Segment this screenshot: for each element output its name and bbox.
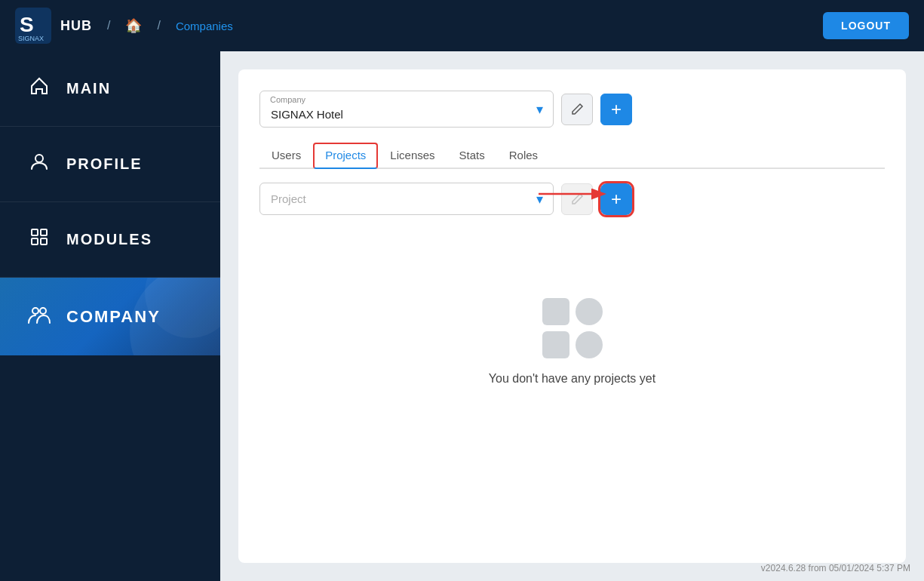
svg-rect-4 [32,229,38,235]
tab-licenses[interactable]: Licenses [378,143,447,169]
logo-area: S SIGNAX HUB / 🏠 / Companies [15,8,233,44]
top-navigation: S SIGNAX HUB / 🏠 / Companies LOGOUT [0,0,924,51]
empty-state-message: You don't have any projects yet [489,372,655,386]
modules-icon [27,226,51,253]
tab-roles[interactable]: Roles [497,143,550,169]
company-selector-row: Company SIGNAX Hotel ▾ + [259,91,885,128]
sidebar-item-main[interactable]: MAIN [0,51,220,127]
profile-icon [27,151,51,177]
sidebar-item-modules[interactable]: MODULES [0,202,220,278]
breadcrumb-sep2: / [157,19,160,32]
company-select-wrapper: Company SIGNAX Hotel ▾ [259,91,554,128]
sidebar: MAIN PROFILE MODULES [0,51,220,581]
company-select-label: Company [270,95,305,104]
empty-icon-2 [576,298,603,325]
svg-point-3 [35,155,43,162]
sidebar-label-company: COMPANY [66,307,161,327]
svg-text:S: S [20,13,34,36]
company-icon [27,302,51,331]
sidebar-item-company[interactable]: COMPANY [0,278,220,355]
tab-stats[interactable]: Stats [447,143,497,169]
content-area: Company SIGNAX Hotel ▾ + Users Projects [220,51,924,581]
svg-point-9 [40,308,46,314]
svg-point-8 [32,308,38,314]
tab-users[interactable]: Users [259,143,313,169]
svg-rect-5 [41,229,47,235]
empty-state-icons [542,298,603,358]
tabs-row: Users Projects Licenses Stats Roles [259,143,885,169]
empty-icon-3 [542,331,569,358]
sidebar-label-profile: PROFILE [66,155,143,173]
tab-projects[interactable]: Projects [313,143,378,169]
sidebar-label-modules: MODULES [66,231,152,248]
breadcrumb-current: Companies [176,20,233,32]
hub-label: HUB [60,18,92,34]
project-add-button[interactable]: + [600,183,632,215]
main-card: Company SIGNAX Hotel ▾ + Users Projects [238,69,906,563]
company-edit-button[interactable] [561,94,593,125]
version-info: v2024.6.28 from 05/01/2024 5:37 PM [761,563,910,573]
svg-rect-6 [32,238,38,244]
home-icon [27,75,51,102]
logo: S SIGNAX [15,8,51,44]
sidebar-item-profile[interactable]: PROFILE [0,127,220,202]
breadcrumb-separator: / [107,19,110,32]
project-selector-row: Project ▾ + [259,183,885,215]
breadcrumb-home-icon[interactable]: 🏠 [125,17,142,34]
company-add-button[interactable]: + [600,94,632,125]
project-select[interactable]: Project [259,183,554,215]
project-edit-button[interactable] [561,183,593,215]
svg-rect-7 [41,238,47,244]
main-layout: MAIN PROFILE MODULES [0,51,924,581]
logout-button[interactable]: LOGOUT [823,12,909,39]
empty-state: You don't have any projects yet [259,238,885,416]
svg-text:SIGNAX: SIGNAX [18,35,44,42]
empty-icon-4 [576,331,603,358]
project-select-wrapper: Project ▾ [259,183,554,215]
project-section: Project ▾ + [259,183,885,215]
sidebar-label-main: MAIN [66,80,111,97]
empty-icon-1 [542,298,569,325]
